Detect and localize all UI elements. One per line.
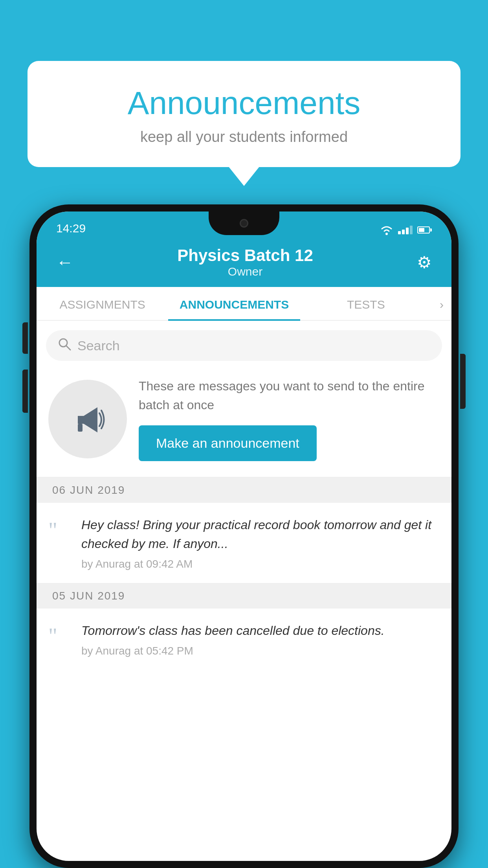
make-announcement-button[interactable]: Make an announcement [139, 425, 317, 461]
announcement-meta-1: by Anurag at 09:42 AM [81, 558, 440, 570]
announcement-item-1[interactable]: " Hey class! Bring your practical record… [37, 503, 451, 583]
phone-notch [209, 211, 279, 235]
svg-line-2 [66, 346, 70, 350]
status-icons [380, 225, 432, 235]
speech-bubble: Announcements keep all your students inf… [28, 61, 460, 167]
announcement-cta: These are messages you want to send to t… [37, 361, 451, 478]
announcement-content-1: Hey class! Bring your practical record b… [81, 515, 440, 570]
header-subtitle: Owner [77, 265, 413, 278]
quote-icon-1: " [48, 519, 72, 541]
signal-icon [398, 226, 413, 234]
phone-outer: 14:29 [29, 204, 459, 868]
megaphone-icon-circle [48, 380, 127, 458]
camera [240, 219, 248, 228]
tab-announcements[interactable]: ANNOUNCEMENTS [168, 287, 300, 320]
tab-assignments[interactable]: ASSIGNMENTS [37, 287, 168, 320]
announcement-item-2[interactable]: " Tomorrow's class has been cancelled du… [37, 609, 451, 661]
app-header: ← Physics Batch 12 Owner ⚙ [37, 239, 451, 287]
phone-screen: 14:29 [37, 211, 451, 861]
tab-more[interactable]: › [432, 287, 451, 320]
speech-bubble-container: Announcements keep all your students inf… [28, 61, 460, 167]
battery-icon [417, 226, 432, 234]
quote-icon-2: " [48, 625, 72, 647]
announcement-meta-2: by Anurag at 05:42 PM [81, 645, 440, 657]
svg-rect-3 [78, 424, 83, 432]
tab-bar: ASSIGNMENTS ANNOUNCEMENTS TESTS › [37, 287, 451, 321]
header-center: Physics Batch 12 Owner [77, 246, 413, 278]
cta-content: These are messages you want to send to t… [139, 377, 440, 461]
time-display: 14:29 [56, 222, 86, 235]
svg-point-0 [385, 233, 388, 235]
announcement-text-2: Tomorrow's class has been cancelled due … [81, 621, 440, 640]
date-separator-1: 06 JUN 2019 [37, 478, 451, 503]
tab-tests[interactable]: TESTS [300, 287, 432, 320]
back-button[interactable]: ← [52, 250, 77, 275]
search-bar[interactable]: Search [46, 330, 442, 361]
search-placeholder: Search [77, 338, 120, 353]
bubble-title: Announcements [59, 85, 429, 121]
settings-icon[interactable]: ⚙ [413, 249, 436, 276]
announcement-text-1: Hey class! Bring your practical record b… [81, 515, 440, 553]
wifi-icon [380, 225, 393, 235]
date-separator-2: 05 JUN 2019 [37, 583, 451, 609]
cta-description: These are messages you want to send to t… [139, 377, 440, 414]
announcement-content-2: Tomorrow's class has been cancelled due … [81, 621, 440, 657]
screen-content: Search These [37, 321, 451, 661]
header-title: Physics Batch 12 [77, 246, 413, 265]
bubble-subtitle: keep all your students informed [59, 129, 429, 145]
phone-mockup: 14:29 [29, 204, 459, 868]
megaphone-icon [68, 399, 107, 439]
search-icon [58, 337, 71, 354]
